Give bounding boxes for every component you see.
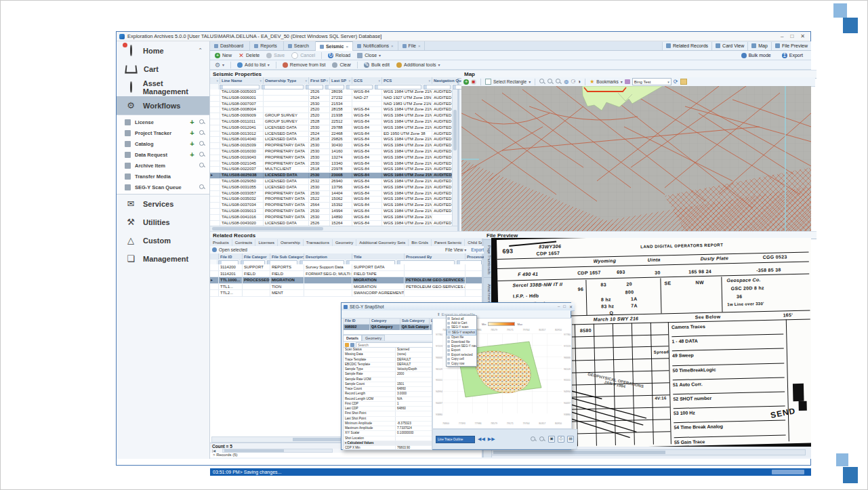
property-row[interactable]: Scan Status Scanned	[344, 348, 432, 352]
property-row[interactable]: First CDP 1	[344, 402, 432, 407]
workflow-subitem[interactable]: SEG-Y Scan Queue	[117, 182, 209, 192]
table-row[interactable]: TALUS08-0006001 2524 27232 NAD-27 NAD 19…	[210, 96, 455, 102]
document-tab[interactable]: Notifications ×	[353, 41, 398, 50]
row-selector[interactable]	[210, 143, 220, 148]
table-row[interactable]: TALUS08-0037034 PROPRIETARY DATA 2564 15…	[210, 203, 455, 209]
property-row[interactable]: Sample Type Velocity/Depth	[344, 367, 432, 372]
file-preview-horizontal-scrollbar[interactable]	[491, 449, 806, 455]
new-button[interactable]: +New	[212, 52, 234, 59]
table-row[interactable]: TALUS08-0015039 PROPRIETARY DATA 2530 30…	[210, 143, 455, 149]
search-icon[interactable]	[199, 141, 205, 147]
related-tab[interactable]: Parent Seismic	[432, 239, 465, 246]
property-row[interactable]: Trace Count 64860	[344, 387, 432, 392]
table-row[interactable]: TALUS08-0011011 GROUP SURVEY 2528 22512 …	[210, 119, 455, 125]
sidebar-item-custom[interactable]: △ Custom	[117, 231, 209, 249]
save-button[interactable]: Save	[264, 52, 287, 59]
zoom-box-icon[interactable]	[556, 79, 562, 85]
row-selector[interactable]	[210, 113, 220, 119]
table-row[interactable]: TALUS08-0031055 LICENSED DATA 2530 13796…	[210, 185, 455, 191]
search-icon[interactable]	[199, 152, 205, 158]
row-selector[interactable]	[210, 264, 219, 270]
snapshot-grid-row[interactable]: 996002 QA Category QA Sub Category	[344, 325, 432, 330]
table-row[interactable]: TALUS08-0022037 MULTICLIENT 2518 23978 W…	[210, 167, 455, 173]
category-view-icon[interactable]	[345, 343, 349, 347]
reload-button[interactable]: ↻Reload	[325, 52, 353, 59]
previous-traces-button[interactable]: ◀◀	[478, 436, 485, 442]
seismic-vertical-scrollbar[interactable]	[452, 89, 457, 226]
search-icon[interactable]	[199, 130, 205, 136]
document-tab[interactable]: Dashboard	[210, 41, 250, 50]
row-selector[interactable]	[210, 167, 220, 172]
remove-from-list-button[interactable]: Remove from list	[280, 62, 329, 68]
tab-geometry[interactable]: Geometry	[362, 335, 385, 341]
property-row[interactable]: Sample Rate UOM	[344, 377, 432, 382]
row-selector[interactable]	[210, 107, 220, 113]
identify-icon[interactable]: ◑	[577, 79, 581, 85]
context-menu-item[interactable]: Copy row	[447, 361, 476, 365]
sidebar-item-utilities[interactable]: ⚒ Utilities	[117, 213, 209, 231]
workflow-subitem[interactable]: Transfer Media	[117, 171, 209, 182]
maximize-button[interactable]: □	[790, 33, 793, 39]
table-row[interactable]: TALUS08-0007007 2530 21534 NAD 1983 UTM …	[210, 102, 455, 108]
table-row[interactable]: TTL1000... PROCESSED MIGRATION MIGRATION…	[210, 277, 482, 284]
bookmarks-star-icon[interactable]: ★	[590, 79, 594, 85]
related-tab[interactable]: Geometry	[333, 239, 356, 246]
zoom-in-icon[interactable]	[539, 79, 545, 85]
row-selector[interactable]	[210, 203, 220, 208]
row-selector[interactable]	[210, 179, 220, 184]
related-tab[interactable]: Ownership	[278, 239, 304, 246]
row-selector[interactable]	[210, 161, 220, 167]
workflow-subitem[interactable]: Catalog	[117, 138, 209, 149]
seismic-horizontal-scrollbar[interactable]	[210, 226, 457, 231]
zoom-out-icon[interactable]	[547, 79, 554, 85]
print-icon[interactable]: ⎙	[558, 436, 564, 443]
property-row[interactable]: Last CDP 64860	[344, 407, 432, 411]
bookmarks-button[interactable]: Bookmarks	[596, 79, 619, 84]
cancel-button[interactable]: Cancel	[289, 52, 318, 60]
sidebar-item-cart[interactable]: Cart	[117, 60, 209, 78]
export-map-icon[interactable]	[680, 79, 687, 85]
property-row[interactable]: ▾ Calculated Values	[344, 441, 432, 446]
table-row[interactable]: TALUS08-0025038 LICENSED DATA 2530 23008…	[210, 173, 455, 179]
save-plot-icon[interactable]: ▤	[567, 436, 574, 443]
property-row[interactable]: X/Y Scalar 0.10000000	[344, 431, 432, 436]
snapshot-minimize-button[interactable]: –	[558, 304, 560, 309]
basemap-combo[interactable]: Bing Test▾	[632, 78, 671, 85]
selection-box-icon[interactable]: ▣	[548, 436, 555, 443]
row-selector[interactable]	[210, 155, 220, 161]
sidebar-item-services[interactable]: ✉ Services	[117, 195, 209, 213]
table-row[interactable]: TALUS08-0016030 PROPRIETARY DATA 2530 14…	[210, 149, 455, 155]
table-row[interactable]: 3114200 SUPPORT REPORTS Survey Support D…	[210, 264, 482, 271]
property-list[interactable]: Scan Status Scanned Missing Data (none) …	[343, 347, 432, 450]
row-selector[interactable]	[210, 215, 220, 220]
globe-extent-icon[interactable]: ◍	[564, 79, 569, 85]
row-selector[interactable]	[210, 290, 219, 296]
table-row[interactable]: TALUS08-0029050 LICENSED DATA 2532 26940…	[210, 179, 455, 185]
table-row[interactable]: TTL2... MENT SWANCORP AGREEMENT	[210, 290, 482, 297]
rectangle-icon[interactable]	[485, 79, 491, 85]
settings-button[interactable]: ⚙▾	[212, 61, 227, 69]
workflow-subitem[interactable]: Project Tracker	[117, 127, 209, 138]
view-toggle-button[interactable]: Map	[747, 42, 771, 50]
row-selector[interactable]	[210, 209, 220, 214]
document-tab[interactable]: Reports	[250, 41, 284, 50]
snapshot-close-button[interactable]: ✕	[569, 304, 573, 309]
related-tab[interactable]: Contracts	[232, 239, 256, 246]
related-tab[interactable]: Child Seismic	[465, 239, 482, 246]
select-rectangle-button[interactable]: Select Rectangle	[493, 79, 526, 84]
add-icon[interactable]	[189, 119, 195, 125]
table-row[interactable]: TALUS08-0014040 LICENSED DATA 2518 29826…	[210, 137, 455, 143]
pan-icon[interactable]: ⚆	[571, 79, 575, 85]
property-row[interactable]: Last Shot Point	[344, 417, 432, 422]
table-row[interactable]: TALUS08-0039013 PROPRIETARY DATA 2530 14…	[210, 209, 455, 215]
close-button[interactable]: ✕	[800, 33, 805, 39]
additional-tools-button[interactable]: Additional tools▾	[394, 62, 443, 68]
document-tab[interactable]: Search	[284, 41, 316, 50]
tab-close-icon[interactable]: ×	[418, 44, 421, 48]
plot-zoom-in-icon[interactable]	[531, 436, 537, 443]
seismic-table-body[interactable]: TALUS08-0005003 2526 28036 WGS-84 WGS 19…	[210, 89, 455, 226]
add-to-list-button[interactable]: Add to list▾	[234, 62, 272, 68]
property-row[interactable]: Sample Rate 2000	[344, 372, 432, 377]
table-row[interactable]: 3114201 FIELD FIELD FORMAT:SEG-D; MULTI:…	[210, 271, 482, 278]
property-row[interactable]: Shot Location	[344, 436, 432, 441]
